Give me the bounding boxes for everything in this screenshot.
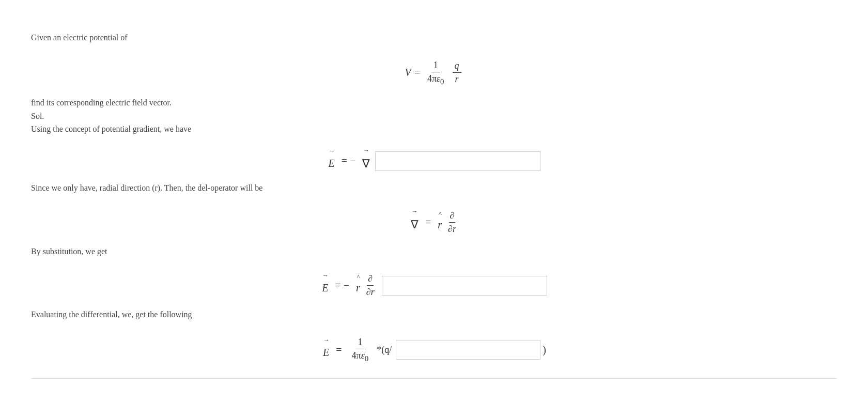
- since-text: Since we only have, radial direction (r)…: [31, 181, 837, 195]
- formula3-container: ∇ = r ∂ ∂r: [31, 210, 837, 235]
- formula3-nabla: ∇: [411, 213, 419, 231]
- formula4: E = − r ∂ ∂r: [321, 273, 547, 298]
- find-text: find its corresponding electric field ve…: [31, 96, 837, 110]
- formula2-container: E = − ∇: [31, 151, 837, 171]
- formula4-equals: = −: [332, 280, 352, 291]
- formula5-container: E = 1 4πε0 *(q/ ): [31, 337, 837, 363]
- formula4-input[interactable]: [382, 276, 547, 296]
- formula5: E = 1 4πε0 *(q/ ): [322, 337, 546, 363]
- formula2-equals-neg: = −: [339, 155, 359, 167]
- formula1-q: q: [453, 60, 461, 73]
- find-section: find its corresponding electric field ve…: [31, 96, 837, 136]
- formula3-equals: =: [423, 216, 433, 228]
- bysubst-text: By substitution, we get: [31, 245, 837, 258]
- formula3-partial: ∂ ∂r: [447, 210, 457, 235]
- formula4-e: E: [322, 277, 328, 294]
- formula1-frac-num: 1: [431, 60, 440, 72]
- intro-section: Given an electric potential of: [31, 31, 837, 44]
- formula1-frac2: q r: [453, 60, 461, 85]
- formula5-frac-den: 4πε0: [350, 349, 371, 363]
- formula5-input[interactable]: [396, 340, 540, 360]
- formula2-nabla: ∇: [362, 152, 370, 170]
- using-text: Using the concept of potential gradient,…: [31, 122, 837, 136]
- formula1-container: V = 1 4πε0 q r: [31, 60, 837, 86]
- bysubst-section: By substitution, we get: [31, 245, 837, 258]
- formula1: V = 1 4πε0 q r: [405, 60, 463, 86]
- formula4-partial: ∂ ∂r: [365, 273, 376, 298]
- formula1-frac: 1 4πε0: [425, 60, 446, 86]
- formula4-partial-num: ∂: [367, 273, 374, 286]
- formula2-e: E: [329, 152, 335, 169]
- formula5-rhs3: ): [542, 344, 546, 356]
- formula4-partial-den: ∂r: [365, 286, 376, 298]
- sol-text: Sol.: [31, 110, 837, 123]
- main-content: Given an electric potential of V = 1 4πε…: [31, 31, 837, 379]
- bottom-divider: [31, 378, 837, 379]
- eval-text: Evaluating the differential, we, get the…: [31, 308, 837, 321]
- formula5-frac: 1 4πε0: [350, 337, 371, 363]
- formula3-partial-den: ∂r: [447, 223, 457, 235]
- formula3-partial-num: ∂: [449, 210, 456, 223]
- formula5-frac-num: 1: [355, 337, 364, 349]
- formula1-equals: =: [414, 67, 420, 79]
- formula1-lhs: V: [405, 67, 411, 79]
- formula1-frac-den: 4πε0: [425, 72, 446, 86]
- formula3-rhat: r: [438, 214, 442, 231]
- formula2: E = − ∇: [328, 151, 541, 171]
- formula5-e: E: [323, 342, 329, 359]
- formula4-rhat: r: [356, 277, 360, 294]
- intro-text: Given an electric potential of: [31, 31, 837, 44]
- formula4-container: E = − r ∂ ∂r: [31, 273, 837, 298]
- since-section: Since we only have, radial direction (r)…: [31, 181, 837, 195]
- formula3: ∇ = r ∂ ∂r: [410, 210, 458, 235]
- formula1-r: r: [453, 73, 461, 85]
- formula2-input[interactable]: [375, 151, 540, 171]
- formula5-rhs2: *(q/: [377, 345, 392, 355]
- formula5-equals: =: [333, 344, 344, 356]
- eval-section: Evaluating the differential, we, get the…: [31, 308, 837, 321]
